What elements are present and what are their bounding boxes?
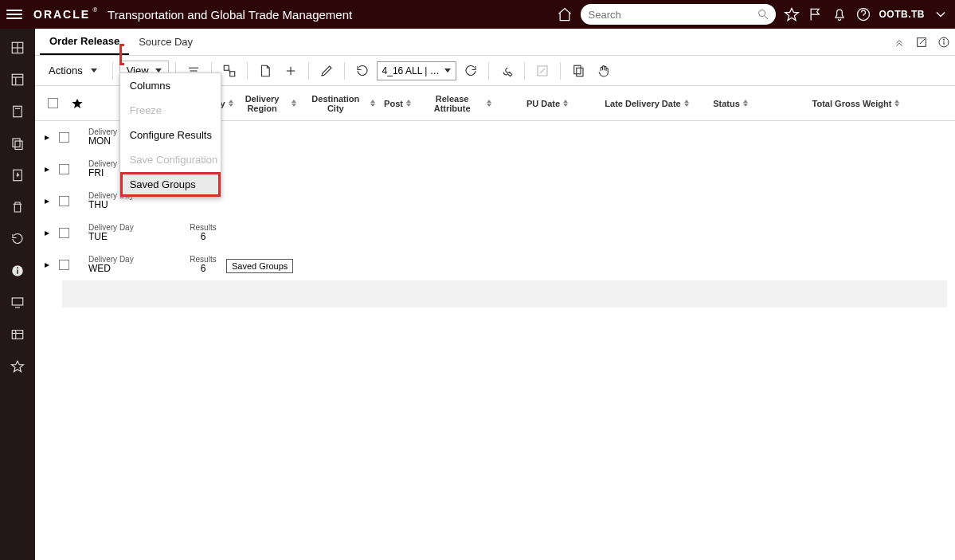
search-icon[interactable] — [757, 8, 769, 21]
new-page-icon[interactable] — [254, 61, 276, 81]
search-input[interactable] — [587, 8, 757, 22]
group-value: THU — [88, 200, 152, 210]
sort-icon[interactable] — [743, 100, 751, 107]
expand-icon[interactable]: ▸ — [43, 163, 51, 174]
username-label[interactable]: OOTB.TB — [879, 9, 926, 20]
svg-line-1 — [765, 16, 768, 19]
sort-icon[interactable] — [370, 100, 378, 107]
col-post[interactable]: Post — [384, 99, 403, 108]
group-value: TUE — [88, 232, 152, 242]
toolbar: Actions View Columns Freeze Configure Re… — [35, 56, 955, 86]
col-total-gross-weight[interactable]: Total Gross Weight — [812, 99, 892, 108]
group-row[interactable]: ▸ Delivery Day WED Results 6 — [35, 249, 955, 280]
wrench-icon[interactable] — [495, 61, 518, 81]
svg-rect-37 — [573, 65, 580, 74]
col-release-attribute[interactable]: Release Attribute — [421, 94, 483, 113]
refresh-icon[interactable] — [351, 61, 374, 81]
tooltip-saved-groups: Saved Groups — [226, 259, 293, 273]
expand-icon[interactable]: ▸ — [43, 259, 51, 270]
select-all-checkbox[interactable] — [48, 98, 58, 108]
tab-order-release[interactable]: Order Release — [40, 29, 129, 55]
hand-pan-icon[interactable] — [593, 61, 615, 81]
left-sidebar — [0, 29, 35, 560]
svg-rect-31 — [229, 71, 234, 76]
sidebar-monitor-icon[interactable] — [10, 295, 25, 311]
collapse-icon[interactable] — [893, 36, 906, 49]
brand-block: ORACLE ® Transportation and Global Trade… — [33, 8, 352, 22]
sort-icon[interactable] — [894, 100, 902, 107]
sidebar-note-icon[interactable] — [10, 104, 25, 119]
view-menu-anchor: View Columns Freeze Configure Results Sa… — [119, 49, 169, 93]
col-destination-city[interactable]: Destination City — [304, 94, 367, 113]
sort-icon[interactable] — [406, 100, 414, 107]
sidebar-grid-icon[interactable] — [10, 40, 25, 56]
reload-icon[interactable] — [460, 61, 482, 81]
col-delivery-region[interactable]: Delivery Region — [236, 94, 288, 113]
edit-page-icon[interactable] — [915, 36, 928, 49]
svg-rect-30 — [224, 65, 229, 70]
app-header: ORACLE ® Transportation and Global Trade… — [0, 0, 955, 29]
menu-item-saved-groups[interactable]: Saved Groups — [120, 172, 221, 197]
favorite-star-icon[interactable] — [784, 6, 800, 22]
info-icon[interactable] — [937, 36, 950, 49]
actions-menu-button[interactable]: Actions — [40, 61, 106, 81]
sort-icon[interactable] — [563, 100, 571, 107]
col-pu-date[interactable]: PU Date — [526, 99, 560, 108]
app-title: Transportation and Global Trade Manageme… — [108, 8, 352, 22]
expand-icon[interactable]: ▸ — [43, 195, 51, 206]
sidebar-export-icon[interactable] — [10, 167, 25, 183]
header-right: OOTB.TB — [557, 4, 949, 25]
svg-point-16 — [17, 267, 18, 268]
tabs-right-icons — [893, 29, 950, 55]
svg-marker-39 — [72, 99, 82, 108]
sidebar-info-icon[interactable] — [10, 263, 25, 279]
menu-item-freeze: Freeze — [120, 98, 221, 123]
sidebar-refresh-icon[interactable] — [10, 231, 25, 247]
help-icon[interactable] — [855, 6, 871, 22]
col-late-delivery-date[interactable]: Late Delivery Date — [605, 99, 680, 108]
bell-icon[interactable] — [832, 6, 847, 22]
global-search[interactable] — [581, 4, 776, 25]
svg-rect-19 — [12, 331, 23, 339]
row-checkbox[interactable] — [59, 132, 69, 143]
results-value: 6 — [171, 264, 235, 274]
expand-icon[interactable]: ▸ — [43, 227, 51, 238]
favorite-column-icon[interactable] — [71, 97, 84, 110]
edit-icon[interactable] — [315, 61, 338, 81]
group-row[interactable]: ▸ Delivery Day TUE Results 6 — [35, 217, 955, 249]
tabs-row: Order Release Source Day — [35, 29, 955, 56]
sidebar-copy-icon[interactable] — [10, 135, 25, 151]
sidebar-trash-icon[interactable] — [10, 199, 25, 215]
svg-rect-7 — [12, 74, 23, 85]
home-icon[interactable] — [557, 6, 573, 22]
menu-toggle-icon[interactable] — [6, 6, 22, 22]
menu-item-columns[interactable]: Columns — [120, 73, 221, 98]
menu-item-configure-results[interactable]: Configure Results — [120, 123, 221, 147]
results-value: 6 — [171, 232, 235, 242]
svg-rect-11 — [13, 139, 20, 147]
svg-point-0 — [758, 10, 765, 17]
add-icon[interactable] — [280, 61, 302, 81]
row-checkbox[interactable] — [59, 164, 69, 174]
user-menu-chevron-icon[interactable] — [933, 6, 949, 22]
svg-rect-17 — [12, 298, 23, 305]
ungroup-icon[interactable] — [218, 61, 241, 81]
sort-icon[interactable] — [292, 100, 298, 107]
sidebar-layout-icon[interactable] — [10, 72, 25, 88]
row-checkbox[interactable] — [59, 196, 69, 206]
copy-page-icon[interactable] — [567, 61, 589, 81]
brand-logo: ORACLE — [33, 8, 90, 21]
row-checkbox[interactable] — [59, 228, 69, 238]
sidebar-data-icon[interactable] — [10, 327, 25, 343]
saved-query-select[interactable]: 4_16 ALL | OOTB — [377, 61, 456, 80]
svg-rect-38 — [576, 68, 582, 76]
sidebar-star-icon[interactable] — [10, 358, 25, 374]
col-status[interactable]: Status — [713, 99, 740, 108]
flag-icon[interactable] — [808, 6, 824, 22]
group-value: WED — [88, 264, 152, 274]
expand-icon[interactable]: ▸ — [43, 131, 51, 143]
sort-icon[interactable] — [684, 100, 692, 107]
row-checkbox[interactable] — [59, 260, 69, 270]
sort-icon[interactable] — [487, 100, 494, 107]
svg-rect-12 — [15, 141, 22, 150]
